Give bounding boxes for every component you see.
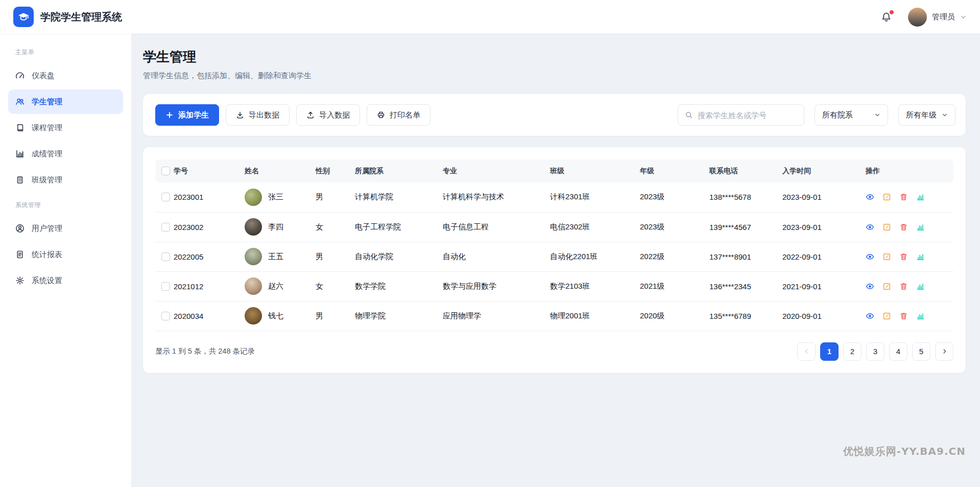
student-id: 2022005	[174, 242, 245, 271]
prev-page-button[interactable]	[797, 342, 816, 361]
student-name: 赵六	[268, 282, 283, 291]
sidebar-item-classes[interactable]: 班级管理	[8, 168, 123, 192]
top-bar: 学院学生管理系统 管理员	[0, 0, 980, 34]
row-checkbox[interactable]	[161, 193, 170, 201]
student-major: 数学与应用数学	[443, 271, 550, 301]
view-icon[interactable]	[866, 312, 874, 320]
print-list-button[interactable]: 打印名单	[367, 104, 431, 126]
row-checkbox[interactable]	[161, 223, 170, 231]
main-content: 学生管理 管理学生信息，包括添加、编辑、删除和查询学生 添加学生 导出数据 导入…	[131, 34, 980, 487]
page-button-4[interactable]: 4	[889, 342, 907, 361]
add-student-button[interactable]: 添加学生	[155, 104, 219, 126]
student-phone: 135****6789	[709, 301, 782, 331]
student-name: 李四	[268, 222, 283, 232]
import-data-button[interactable]: 导入数据	[296, 104, 360, 126]
user-circle-icon	[15, 224, 25, 233]
user-name: 管理员	[932, 12, 955, 22]
student-phone: 139****4567	[709, 212, 782, 242]
search-box[interactable]	[678, 104, 804, 126]
student-major: 计算机科学与技术	[443, 182, 550, 212]
search-input[interactable]	[698, 111, 797, 120]
table-row: 2021012 赵六 女 数学学院 数学与应用数学 数学2103班 2021级 …	[155, 271, 953, 301]
edit-icon[interactable]	[882, 312, 891, 320]
export-data-button[interactable]: 导出数据	[226, 104, 290, 126]
student-enroll-date: 2021-09-01	[782, 271, 866, 301]
stats-icon[interactable]	[916, 312, 925, 320]
student-avatar	[245, 218, 262, 236]
top-bar-right: 管理员	[879, 8, 967, 27]
column-header-name: 姓名	[245, 159, 316, 182]
row-checkbox[interactable]	[161, 282, 170, 291]
sidebar-item-label: 学生管理	[32, 97, 62, 107]
view-icon[interactable]	[866, 223, 874, 231]
student-gender: 女	[316, 271, 355, 301]
edit-icon[interactable]	[882, 252, 891, 261]
sidebar-item-label: 统计报表	[32, 250, 62, 260]
download-icon	[236, 111, 244, 119]
grade-filter-value: 所有年级	[906, 110, 937, 120]
student-class: 电信2302班	[550, 212, 640, 242]
delete-icon[interactable]	[899, 252, 908, 261]
delete-icon[interactable]	[899, 223, 908, 231]
page-button-5[interactable]: 5	[912, 342, 930, 361]
stats-icon[interactable]	[916, 282, 925, 291]
sidebar-item-courses[interactable]: 课程管理	[8, 115, 123, 140]
student-name: 王五	[268, 252, 283, 262]
student-avatar	[245, 189, 262, 206]
student-grade: 2020级	[640, 301, 709, 331]
edit-icon[interactable]	[882, 223, 891, 231]
delete-icon[interactable]	[899, 282, 908, 291]
department-filter-select[interactable]: 所有院系	[815, 104, 888, 126]
row-checkbox[interactable]	[161, 252, 170, 261]
student-gender: 男	[316, 301, 355, 331]
sidebar-item-users-admin[interactable]: 用户管理	[8, 216, 123, 241]
brand: 学院学生管理系统	[13, 7, 122, 27]
stats-icon[interactable]	[916, 252, 925, 261]
delete-icon[interactable]	[899, 312, 908, 320]
row-checkbox[interactable]	[161, 312, 170, 320]
student-phone: 136****2345	[709, 271, 782, 301]
sidebar-item-students[interactable]: 学生管理	[8, 89, 123, 114]
view-icon[interactable]	[866, 282, 874, 291]
grade-filter-select[interactable]: 所有年级	[898, 104, 955, 126]
stats-icon[interactable]	[916, 193, 925, 201]
page-button-3[interactable]: 3	[866, 342, 885, 361]
view-icon[interactable]	[866, 252, 874, 261]
table-footer: 显示 1 到 5 条，共 248 条记录 1 2 3 4 5	[155, 331, 953, 361]
delete-icon[interactable]	[899, 193, 908, 201]
page-button-1[interactable]: 1	[820, 342, 839, 361]
gear-icon	[15, 276, 25, 285]
view-icon[interactable]	[866, 193, 874, 201]
page-button-2[interactable]: 2	[843, 342, 862, 361]
students-table: 学号 姓名 性别 所属院系 专业 班级 年级 联系电话 入学时间 操作 2023…	[155, 159, 953, 331]
stats-icon[interactable]	[916, 223, 925, 231]
notification-dot	[890, 10, 894, 14]
student-grade: 2021级	[640, 271, 709, 301]
sidebar-item-grades[interactable]: 成绩管理	[8, 142, 123, 166]
sidebar-item-label: 系统设置	[32, 276, 62, 286]
toolbar-actions: 添加学生 导出数据 导入数据 打印名单	[155, 104, 431, 126]
student-id: 2020034	[174, 301, 245, 331]
edit-icon[interactable]	[882, 193, 891, 201]
select-all-checkbox[interactable]	[161, 167, 170, 175]
table-row: 2023002 李四 女 电子工程学院 电子信息工程 电信2302班 2023级…	[155, 212, 953, 242]
student-enroll-date: 2022-09-01	[782, 242, 866, 271]
sidebar-item-reports[interactable]: 统计报表	[8, 242, 123, 267]
table-row: 2023001 张三 男 计算机学院 计算机科学与技术 计科2301班 2023…	[155, 182, 953, 212]
column-header-gender: 性别	[316, 159, 355, 182]
sidebar-item-dashboard[interactable]: 仪表盘	[8, 63, 123, 88]
user-menu[interactable]: 管理员	[908, 8, 967, 27]
sidebar-item-label: 成绩管理	[32, 149, 62, 159]
graduation-cap-icon	[17, 11, 30, 23]
student-id: 2023001	[174, 182, 245, 212]
building-icon	[15, 175, 25, 184]
student-class: 物理2001班	[550, 301, 640, 331]
next-page-button[interactable]	[935, 342, 953, 361]
sidebar-item-settings[interactable]: 系统设置	[8, 268, 123, 293]
student-department: 电子工程学院	[355, 212, 443, 242]
department-filter-value: 所有院系	[822, 110, 853, 120]
edit-icon[interactable]	[882, 282, 891, 291]
student-department: 计算机学院	[355, 182, 443, 212]
notifications-button[interactable]	[879, 10, 894, 25]
student-avatar	[245, 248, 262, 265]
